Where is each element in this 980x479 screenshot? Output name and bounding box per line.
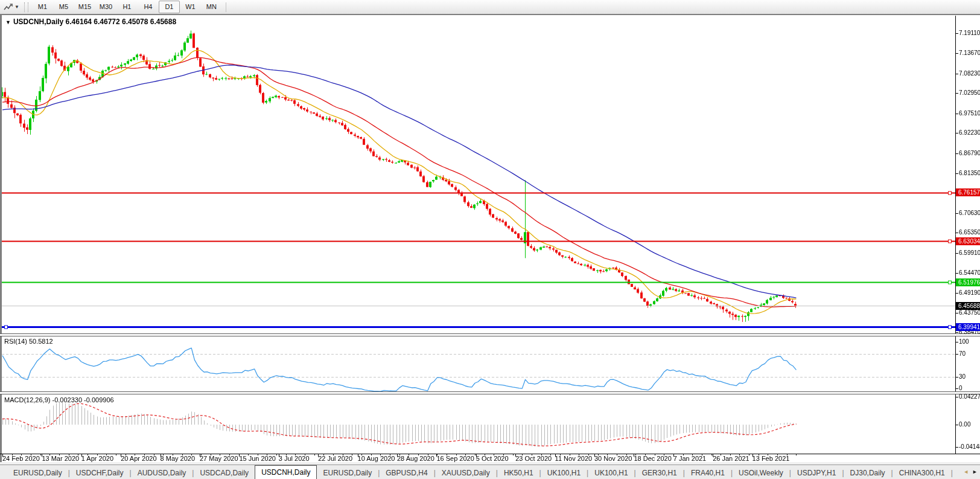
macd-axis-label: 0.042275 (959, 393, 980, 400)
tab-usdcad-daily[interactable]: USDCAD,Daily (194, 467, 255, 479)
price-axis-label: 7.19110 (959, 30, 980, 36)
current-price-badge: 6.45688 (956, 302, 980, 310)
macd-axis-label: -0.04148 (959, 443, 980, 450)
price-axis-label: 6.54470 (959, 269, 980, 276)
date-axis-label: 7 Jan 2021 (673, 455, 706, 462)
date-axis-label: 1 Apr 2020 (81, 455, 113, 462)
tab-usdcnh-daily[interactable]: USDCNH,Daily (255, 465, 317, 479)
macd-indicator-label: MACD(12,26,9) -0.002330 -0.009906 (4, 396, 114, 403)
date-axis-label: 23 Oct 2020 (515, 455, 552, 462)
price-axis-label: 6.49190 (959, 289, 980, 296)
tab-scroll-controls: ◄ ► (956, 465, 980, 479)
price-axis-label: 6.97510 (959, 110, 980, 117)
date-axis-label: 13 Mar 2020 (42, 455, 79, 462)
price-axis-label: 6.59910 (959, 249, 980, 256)
tab-china300-h1[interactable]: CHINA300,H1 (893, 467, 951, 479)
date-axis-label: 15 Jun 2020 (239, 455, 276, 462)
date-axis-label: 28 Aug 2020 (397, 455, 434, 462)
tab-fra40-h1[interactable]: FRA40,H1 (685, 467, 731, 479)
price-axis-label: 7.02950 (959, 89, 980, 96)
date-axis-label: 3 Jul 2020 (279, 455, 310, 462)
price-axis-label: 6.86790 (959, 150, 980, 156)
hline-price-badge: 6.76157 (956, 188, 980, 196)
panel-separator[interactable] (0, 391, 980, 394)
date-axis-label: 13 Feb 2021 (752, 455, 790, 462)
price-axis-label: 6.70630 (959, 210, 980, 216)
scroll-left-icon[interactable]: ◄ (963, 469, 969, 475)
tab-dj30-daily[interactable]: DJ30,Daily (844, 467, 891, 479)
tab-eurusd-daily[interactable]: EURUSD,Daily (7, 467, 68, 479)
tab-ger30-h1[interactable]: GER30,H1 (636, 467, 683, 479)
chart-tab-bar: EURUSD,Daily|USDCHF,Daily|AUDUSD,Daily|U… (0, 465, 980, 479)
rsi-axis-label: 70 (959, 350, 966, 357)
panel-separator[interactable] (0, 333, 980, 336)
chart-title: ▼USDCNH,Daily 6.46164 6.46772 6.45078 6.… (5, 18, 176, 26)
date-axis-label: 18 Dec 2020 (634, 455, 671, 462)
date-axis-label: 11 Nov 2020 (555, 455, 593, 462)
macd-axis-label: 0.00 (959, 421, 970, 428)
tab-gbpusd-h4[interactable]: GBPUSD,H4 (380, 467, 433, 479)
date-axis-label: 5 Oct 2020 (476, 455, 509, 462)
hline-price-badge: 6.39941 (956, 323, 980, 331)
tab-xauusd-daily[interactable]: XAUUSD,Daily (436, 467, 496, 479)
tab-usoil-weekly[interactable]: USOil,Weekly (733, 467, 789, 479)
price-axis-label: 6.43750 (959, 309, 980, 316)
date-axis-label: 8 May 2020 (161, 455, 195, 462)
date-axis-label: 24 Feb 2020 (2, 455, 40, 462)
price-axis-label: 7.13670 (959, 50, 980, 56)
date-axis-label: 10 Aug 2020 (358, 455, 395, 462)
price-axis-label: 6.92230 (959, 129, 980, 136)
tab-usdchf-daily[interactable]: USDCHF,Daily (70, 467, 130, 479)
mt4-application-window: ▼ M1M5M15M30H1H4D1W1MN ▼USDCNH,Daily 6.4… (0, 0, 980, 479)
date-axis-label: 27 May 2020 (200, 455, 238, 462)
date-axis-label: 22 Jul 2020 (318, 455, 352, 462)
date-axis-label: 16 Sep 2020 (436, 455, 474, 462)
date-axis-label: 26 Jan 2021 (713, 455, 749, 462)
tab-uk100-h1[interactable]: UK100,H1 (588, 467, 634, 479)
rsi-indicator-label: RSI(14) 50.5812 (4, 338, 53, 345)
chart-canvas[interactable] (0, 0, 980, 479)
tab-uk100-h1[interactable]: UK100,H1 (541, 467, 587, 479)
price-axis-label: 6.81350 (959, 170, 980, 176)
rsi-axis-label: 30 (959, 373, 966, 380)
date-axis-label: 20 Apr 2020 (121, 455, 156, 462)
price-axis-label: 7.08230 (959, 70, 980, 77)
chart-title-text: USDCNH,Daily 6.46164 6.46772 6.45078 6.4… (13, 18, 176, 26)
hline-price-badge: 6.51976 (956, 278, 980, 286)
tab-usdjpy-h1[interactable]: USDJPY,H1 (791, 467, 842, 479)
rsi-axis-label: 0 (959, 385, 962, 391)
scroll-right-icon[interactable]: ► (972, 469, 978, 475)
tab-eurusd-daily[interactable]: EURUSD,Daily (317, 467, 378, 479)
tab-hk50-h1[interactable]: HK50,H1 (498, 467, 539, 479)
tab-audusd-daily[interactable]: AUDUSD,Daily (132, 467, 192, 479)
collapse-caret-icon[interactable]: ▼ (5, 19, 11, 25)
hline-price-badge: 6.63034 (956, 237, 980, 245)
price-axis-label: 6.65350 (959, 229, 980, 236)
rsi-axis-label: 100 (959, 338, 969, 345)
date-axis-label: 30 Nov 2020 (594, 455, 632, 462)
